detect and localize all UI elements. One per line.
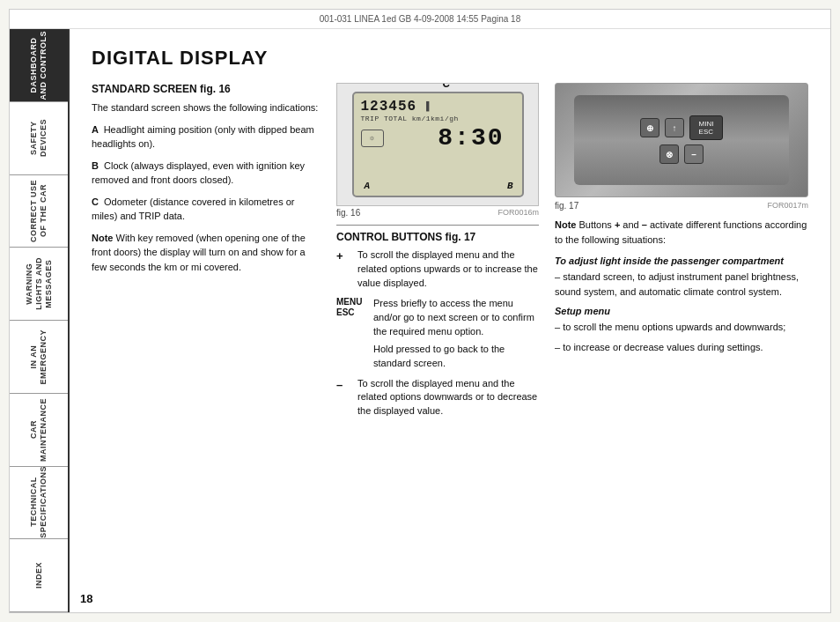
fig17-code: FOR0017m [767, 201, 808, 211]
item-b-text: Clock (always displayed, even with ignit… [92, 160, 305, 186]
right-note-text: Buttons + and – activate different funct… [555, 219, 807, 245]
right-column: ⊕ ↑ MINIESC ⊗ – [555, 83, 808, 596]
item-a: A Headlight aiming position (only with d… [92, 122, 321, 152]
left-column: STANDARD SCREEN fig. 16 The standard scr… [92, 83, 321, 596]
sidebar: DASHBOARDAND CONTROLS SAFETYDEVICES CORR… [10, 29, 70, 612]
page-number: 18 [80, 592, 92, 605]
car-button-3: ⊗ [659, 144, 679, 164]
control-minus: – To scroll the displayed menu and the r… [336, 377, 539, 419]
fig17-container: ⊕ ↑ MINIESC ⊗ – [555, 83, 808, 211]
fig17-caption-row: fig. 17 FOR0017m [555, 201, 808, 211]
setup-menu-text1: – to scroll the menu options upwards and… [555, 320, 808, 335]
item-a-label: A [92, 124, 104, 135]
intro-text: The standard screen shows the following … [92, 100, 321, 115]
fig16-image: C 123456 ▐ TRIP TOTAL km/1kmi/gh ☼ 8:30 [336, 83, 539, 206]
control-menu-text: Press briefly to access the menu and/or … [373, 297, 539, 371]
car-button-2: ↑ [665, 118, 684, 137]
fig16-caption-row: fig. 16 FOR0016m [336, 208, 539, 218]
control-minus-symbol: – [336, 377, 352, 419]
sidebar-item-correct-use[interactable]: CORRECT USEOF THE CAR [10, 175, 68, 248]
fig17-image: ⊕ ↑ MINIESC ⊗ – [555, 83, 808, 197]
car-controls-panel: ⊕ ↑ MINIESC ⊗ – [574, 95, 788, 185]
sidebar-item-emergency[interactable]: IN ANEMERGENCY [10, 321, 68, 394]
control-minus-text: To scroll the displayed menu and the rel… [357, 377, 539, 419]
right-note-label: Note [555, 219, 576, 230]
setup-menu-heading: Setup menu [555, 306, 808, 316]
item-a-text: Headlight aiming position (only with dip… [92, 124, 314, 150]
fig16-numbers: 123456 [361, 99, 417, 115]
sidebar-label-technical: TECHNICALSPECIFICATIONS [29, 467, 48, 539]
control-plus-text: To scroll the displayed menu and the rel… [357, 248, 539, 291]
item-b: B Clock (always displayed, even with ign… [92, 159, 321, 188]
fig16-label-b: B [507, 181, 513, 191]
page-frame: 001-031 LINEA 1ed GB 4-09-2008 14:55 Pag… [9, 9, 831, 613]
control-menu-esc: MENUESC Press briefly to access the menu… [336, 297, 539, 371]
fig16-fuel-icon: ▐ [424, 101, 430, 112]
right-note: Note Buttons + and – activate different … [555, 218, 808, 247]
fig16-label-c: C [442, 83, 450, 90]
car-button-1: ⊕ [640, 118, 659, 137]
fig16-container: C 123456 ▐ TRIP TOTAL km/1kmi/gh ☼ 8:30 [336, 83, 539, 218]
sidebar-label-safety: SAFETYDEVICES [29, 119, 48, 157]
adjust-light-heading: To adjust light inside the passenger com… [555, 255, 808, 266]
control-menu-symbol: MENUESC [336, 297, 368, 371]
sidebar-item-safety[interactable]: SAFETYDEVICES [10, 102, 68, 175]
mid-divider [336, 225, 539, 226]
item-c-label: C [92, 196, 104, 207]
fig16-label-a: A [365, 181, 371, 191]
top-bar-text: 001-031 LINEA 1ed GB 4-09-2008 14:55 Pag… [320, 14, 521, 24]
standard-screen-heading: STANDARD SCREEN fig. 16 [92, 83, 321, 95]
sidebar-label-dashboard: DASHBOARDAND CONTROLS [29, 31, 48, 100]
note-block: Note With key removed (when opening one … [92, 231, 321, 275]
page-title: DIGITAL DISPLAY [92, 47, 808, 70]
main-content: DIGITAL DISPLAY STANDARD SCREEN fig. 16 … [70, 29, 830, 612]
fig16-icon-headlight: ☼ [361, 130, 384, 147]
car-button-4: – [684, 144, 704, 164]
item-c: C Odometer (distance covered in kilometr… [92, 195, 321, 224]
sidebar-label-maintenance: CARMAINTENANCE [29, 398, 48, 462]
control-menu-text1: Press briefly to access the menu and/or … [373, 297, 539, 339]
sidebar-label-emergency: IN ANEMERGENCY [29, 330, 48, 385]
sidebar-label-index: INDEX [34, 562, 44, 589]
fig16-caption: fig. 16 [336, 208, 360, 218]
sidebar-label-warning: WARNINGLIGHTS ANDMESSAGES [25, 257, 53, 310]
control-menu-text2: Hold pressed to go back to the standard … [373, 343, 539, 371]
control-buttons-heading: CONTROL BUTTONS fig. 17 [336, 231, 539, 243]
sidebar-item-index[interactable]: INDEX [10, 539, 68, 612]
top-bar: 001-031 LINEA 1ed GB 4-09-2008 14:55 Pag… [10, 10, 830, 29]
mini-display: MINIESC [689, 115, 723, 140]
mid-column: C 123456 ▐ TRIP TOTAL km/1kmi/gh ☼ 8:30 [336, 83, 539, 596]
fig16-time: 8:30 [384, 124, 515, 152]
sidebar-item-warning[interactable]: WARNINGLIGHTS ANDMESSAGES [10, 248, 68, 321]
sidebar-item-technical[interactable]: TECHNICALSPECIFICATIONS [10, 467, 68, 540]
fig17-caption: fig. 17 [555, 201, 578, 211]
sidebar-label-correct-use: CORRECT USEOF THE CAR [29, 180, 48, 242]
note-label: Note [92, 233, 113, 243]
columns-wrapper: STANDARD SCREEN fig. 16 The standard scr… [92, 83, 808, 596]
fig16-display: 123456 ▐ TRIP TOTAL km/1kmi/gh ☼ 8:30 A [352, 92, 524, 197]
setup-menu-text2: – to increase or decrease values during … [555, 340, 808, 355]
control-plus-symbol: + [336, 248, 352, 291]
note-text: With key removed (when opening one of th… [92, 233, 306, 272]
fig16-code: FOR0016m [497, 208, 539, 218]
item-c-text: Odometer (distance covered in kilometres… [92, 196, 295, 222]
item-b-label: B [92, 160, 104, 171]
control-plus: + To scroll the displayed menu and the r… [336, 248, 539, 291]
sidebar-item-dashboard[interactable]: DASHBOARDAND CONTROLS [10, 29, 68, 102]
adjust-light-text: – standard screen, to adjust instrument … [555, 270, 808, 299]
fig16-trip-label: TRIP TOTAL km/1kmi/gh [354, 115, 522, 122]
sidebar-item-maintenance[interactable]: CARMAINTENANCE [10, 394, 68, 467]
